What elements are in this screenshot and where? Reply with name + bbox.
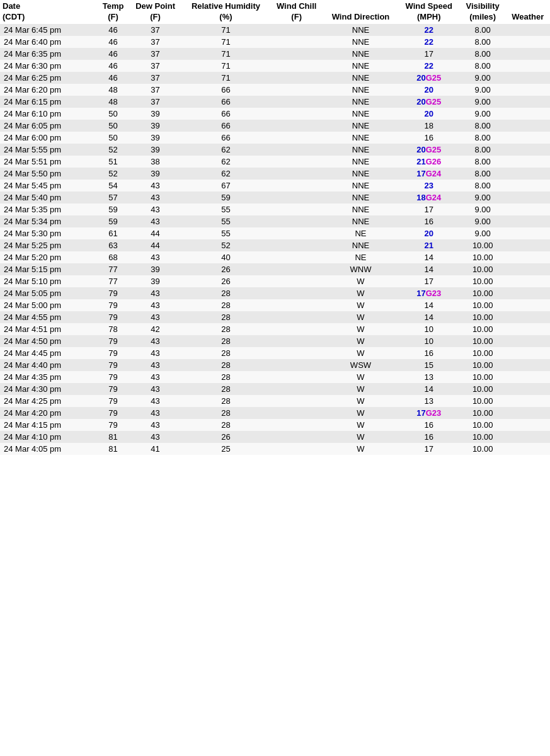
- table-row: 24 Mar 4:15 pm794328W1610.00: [0, 419, 550, 431]
- humidity-cell: 71: [182, 60, 270, 72]
- windspeed-cell: 20: [398, 108, 460, 120]
- windspeed-cell: 20: [398, 84, 460, 96]
- temp-cell: 79: [98, 311, 129, 323]
- temp-cell: 79: [98, 407, 129, 419]
- humidity-cell: 28: [182, 287, 270, 299]
- windspeed-cell: 21: [398, 239, 460, 251]
- windspeed-cell: 17G24: [398, 168, 460, 180]
- dew-cell: 43: [129, 359, 181, 371]
- temp-cell: 46: [98, 48, 129, 60]
- winddir-cell: WSW: [323, 359, 398, 371]
- temp-cell: 79: [98, 299, 129, 311]
- visibility-cell: 9.00: [460, 108, 506, 120]
- weather-cell: [506, 132, 550, 144]
- visibility-cell: 10.00: [460, 263, 506, 275]
- visibility-cell: 10.00: [460, 335, 506, 347]
- windchill-cell: [270, 192, 323, 203]
- windchill-cell: [270, 407, 323, 419]
- humidity-cell: 66: [182, 84, 270, 96]
- visibility-cell: 10.00: [460, 239, 506, 251]
- winddir-label: Wind Direction: [332, 12, 390, 21]
- table-row: 24 Mar 4:05 pm814125W1710.00: [0, 443, 550, 455]
- weather-cell: [506, 24, 550, 36]
- winddir-cell: NNE: [323, 168, 398, 180]
- windchill-cell: [270, 96, 323, 108]
- date-cell: 24 Mar 6:15 pm: [0, 96, 98, 108]
- dew-label: Dew Point: [135, 1, 175, 11]
- date-cell: 24 Mar 6:35 pm: [0, 48, 98, 60]
- windspeed-cell: 20G25: [398, 72, 460, 84]
- weather-cell: [506, 60, 550, 72]
- winddir-cell: NNE: [323, 72, 398, 84]
- date-cell: 24 Mar 6:00 pm: [0, 132, 98, 144]
- windspeed-cell: 17G23: [398, 407, 460, 419]
- table-row: 24 Mar 5:10 pm773926W1710.00: [0, 275, 550, 287]
- table-row: 24 Mar 5:05 pm794328W17G2310.00: [0, 287, 550, 299]
- visibility-cell: 8.00: [460, 180, 506, 192]
- table-row: 24 Mar 5:25 pm634452NNE2110.00: [0, 239, 550, 251]
- visibility-cell: 9.00: [460, 72, 506, 84]
- winddir-cell: NE: [323, 251, 398, 263]
- dew-cell: 43: [129, 407, 181, 419]
- winddir-cell: NNE: [323, 24, 398, 36]
- date-cell: 24 Mar 5:55 pm: [0, 144, 98, 156]
- winddir-cell: NNE: [323, 48, 398, 60]
- windchill-label: Wind Chill: [277, 1, 316, 11]
- humidity-cell: 66: [182, 132, 270, 144]
- winddir-cell: W: [323, 395, 398, 407]
- windchill-header: Wind Chill (F): [270, 0, 323, 24]
- temp-cell: 50: [98, 108, 129, 120]
- visibility-cell: 10.00: [460, 443, 506, 455]
- dew-cell: 43: [129, 335, 181, 347]
- date-cell: 24 Mar 6:30 pm: [0, 60, 98, 72]
- humidity-cell: 40: [182, 251, 270, 263]
- humidity-cell: 28: [182, 335, 270, 347]
- weather-cell: [506, 72, 550, 84]
- windchill-cell: [270, 108, 323, 120]
- windspeed-cell: 22: [398, 24, 460, 36]
- windchill-cell: [270, 431, 323, 443]
- humidity-header: Relative Humidity (%): [182, 0, 270, 24]
- weather-cell: [506, 180, 550, 192]
- visibility-cell: 10.00: [460, 431, 506, 443]
- dew-cell: 43: [129, 431, 181, 443]
- temp-cell: 52: [98, 144, 129, 156]
- dew-cell: 37: [129, 84, 181, 96]
- date-cell: 24 Mar 4:45 pm: [0, 347, 98, 359]
- temp-cell: 50: [98, 120, 129, 132]
- windchill-cell: [270, 323, 323, 335]
- windspeed-cell: 17G23: [398, 287, 460, 299]
- date-cell: 24 Mar 5:50 pm: [0, 168, 98, 180]
- temp-cell: 63: [98, 239, 129, 251]
- visibility-cell: 8.00: [460, 60, 506, 72]
- windspeed-header: Wind Speed (MPH): [398, 0, 460, 24]
- humidity-cell: 62: [182, 168, 270, 180]
- dew-cell: 44: [129, 227, 181, 239]
- dew-cell: 38: [129, 156, 181, 168]
- temp-cell: 79: [98, 383, 129, 395]
- winddir-cell: NNE: [323, 120, 398, 132]
- winddir-cell: W: [323, 383, 398, 395]
- temp-cell: 79: [98, 419, 129, 431]
- table-row: 24 Mar 6:30 pm463771NNE228.00: [0, 60, 550, 72]
- temp-cell: 77: [98, 275, 129, 287]
- winddir-cell: W: [323, 443, 398, 455]
- table-row: 24 Mar 6:25 pm463771NNE20G259.00: [0, 72, 550, 84]
- windspeed-cell: 23: [398, 180, 460, 192]
- temp-cell: 79: [98, 395, 129, 407]
- date-cell: 24 Mar 4:10 pm: [0, 431, 98, 443]
- dew-cell: 43: [129, 299, 181, 311]
- table-row: 24 Mar 6:10 pm503966NNE209.00: [0, 108, 550, 120]
- dew-cell: 39: [129, 275, 181, 287]
- windspeed-cell: 17: [398, 203, 460, 215]
- temp-header: Temp (F): [98, 0, 129, 24]
- windchill-cell: [270, 239, 323, 251]
- windspeed-cell: 13: [398, 371, 460, 383]
- windspeed-cell: 17: [398, 275, 460, 287]
- dew-cell: 43: [129, 215, 181, 227]
- visibility-cell: 9.00: [460, 227, 506, 239]
- dew-cell: 37: [129, 72, 181, 84]
- weather-cell: [506, 203, 550, 215]
- humidity-cell: 26: [182, 431, 270, 443]
- table-row: 24 Mar 6:20 pm483766NNE209.00: [0, 84, 550, 96]
